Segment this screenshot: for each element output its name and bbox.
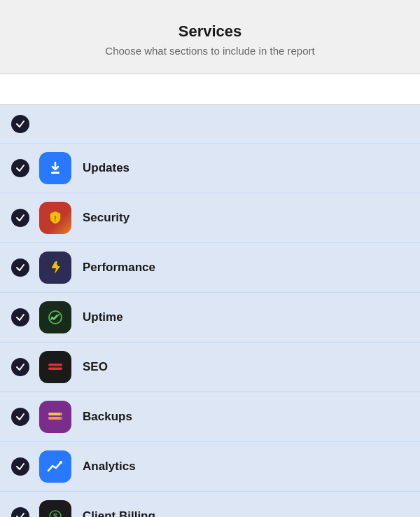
backups-icon <box>39 401 71 433</box>
svg-text:$: $ <box>53 512 57 517</box>
list-item-backups[interactable]: Backups <box>0 392 420 442</box>
performance-icon <box>39 251 71 284</box>
check-icon-updates <box>11 159 29 177</box>
page-title: Services <box>14 22 406 41</box>
check-icon-backups <box>11 408 29 426</box>
svg-text:!: ! <box>54 215 56 223</box>
updates-label: Updates <box>83 161 130 175</box>
backups-label: Backups <box>83 410 132 424</box>
clientbilling-icon: $ <box>39 500 71 517</box>
seo-icon <box>39 351 71 383</box>
check-icon-analytics <box>11 457 29 476</box>
check-icon-uptime <box>11 308 29 326</box>
svg-rect-6 <box>48 368 62 371</box>
uptime-label: Uptime <box>83 310 123 324</box>
header: Services Choose what sections to include… <box>0 0 420 105</box>
analytics-label: Analytics <box>83 460 136 474</box>
svg-rect-10 <box>60 418 62 419</box>
list-item-clientbilling[interactable]: $ Client Billing <box>0 492 420 517</box>
performance-label: Performance <box>83 261 155 275</box>
check-icon-plain <box>11 115 29 133</box>
uptime-icon <box>39 301 71 333</box>
check-icon-performance <box>11 258 29 277</box>
analytics-icon <box>39 450 71 483</box>
check-icon-clientbilling <box>11 507 29 517</box>
svg-point-11 <box>59 461 62 464</box>
list-item-plain[interactable] <box>0 105 420 144</box>
list-item-security[interactable]: ! Security <box>0 193 420 243</box>
search-bar[interactable] <box>0 74 420 105</box>
check-icon-seo <box>11 358 29 376</box>
clientbilling-label: Client Billing <box>83 509 155 517</box>
updates-icon <box>39 152 71 184</box>
list-item-seo[interactable]: SEO <box>0 343 420 392</box>
seo-label: SEO <box>83 360 108 374</box>
services-list: Updates ! Security <box>0 105 420 517</box>
list-item-uptime[interactable]: Uptime <box>0 293 420 343</box>
page-subtitle: Choose what sections to include in the r… <box>14 45 406 57</box>
list-item-performance[interactable]: Performance <box>0 243 420 293</box>
svg-rect-9 <box>60 414 62 415</box>
list-item-analytics[interactable]: Analytics <box>0 442 420 492</box>
list-item-updates[interactable]: Updates <box>0 144 420 193</box>
security-label: Security <box>83 211 130 225</box>
svg-rect-5 <box>48 364 62 366</box>
svg-rect-0 <box>51 172 59 174</box>
security-icon: ! <box>39 202 71 234</box>
check-icon-security <box>11 209 29 227</box>
